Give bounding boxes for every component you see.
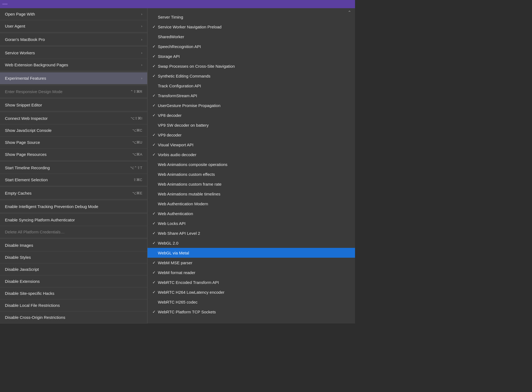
menu-item-chevron-3: › [141,38,142,41]
menu-item-6[interactable]: Web Extension Background Pages› [0,59,147,71]
menu-item-5[interactable]: Service Workers› [0,47,147,59]
feature-label-18: Web Animations mutable timelines [158,192,350,196]
feature-check-22: ✓ [152,231,158,235]
feature-label-17: Web Animations custom frame rate [158,182,350,186]
menu-item-chevron-8: › [141,76,142,80]
menu-item-label-32: Disable Extensions [5,279,142,284]
feature-item-17[interactable]: Web Animations custom frame rate [147,179,355,189]
feature-item-6[interactable]: ✓Synthetic Editing Commands [147,71,355,81]
feature-item-19[interactable]: Web Authentication Modern [147,199,355,209]
feature-label-4: Storage API [158,54,350,59]
menu-item-16[interactable]: Show Page Source⌥⌘U [0,136,147,149]
menu-item-chevron-0: › [141,12,142,16]
menu-item-label-35: Disable Cross-Origin Restrictions [5,315,142,320]
feature-item-8[interactable]: ✓TransformStream API [147,91,355,100]
feature-item-25[interactable]: ✓WebM MSE parser [147,258,355,268]
feature-item-20[interactable]: ✓Web Authentication [147,209,355,218]
menu-item-label-16: Show Page Source [5,140,132,145]
menu-item-15[interactable]: Show JavaScript Console⌥⌘C [0,124,147,136]
feature-item-15[interactable]: Web Animations composite operations [147,159,355,169]
feature-item-5[interactable]: ✓Swap Processes on Cross-Site Navigation [147,61,355,71]
feature-label-29: WebRTC H265 codec [158,300,350,304]
feature-label-0: Server Timing [158,15,350,19]
menu-item-22[interactable]: Empty Caches⌥⌘E [0,187,147,199]
menu-item-34[interactable]: Disable Local File Restrictions [0,299,147,311]
menu-item-32[interactable]: Disable Extensions [0,275,147,287]
menu-divider [0,200,147,200]
menu-item-label-26: Enable Syncing Platform Authenticator [5,218,142,222]
feature-item-1[interactable]: ✓Service Worker Navigation Preload [147,22,355,32]
menu-item-31[interactable]: Disable JavaScript [0,263,147,275]
feature-check-5: ✓ [152,64,158,68]
menu-item-label-17: Show Page Resources [5,152,132,157]
menu-divider [0,239,147,239]
menu-item-12[interactable]: Show Snippet Editor [0,99,147,111]
feature-item-26[interactable]: ✓WebM format reader [147,268,355,277]
menu-divider [0,161,147,161]
feature-check-14: ✓ [152,152,158,157]
feature-label-23: WebGL 2.0 [158,241,350,245]
feature-label-11: VP9 SW decoder on battery [158,123,350,127]
feature-item-16[interactable]: Web Animations custom effects [147,169,355,179]
feature-label-3: SpeechRecognition API [158,44,350,49]
menu-item-30[interactable]: Disable Styles [0,251,147,263]
feature-item-27[interactable]: ✓WebRTC Encoded Transform API [147,277,355,287]
menu-item-label-19: Start Timeline Recording [5,165,130,170]
menu-item-shortcut-10: ⌃⇧⌘R [130,90,142,94]
feature-item-10[interactable]: ✓VP8 decoder [147,110,355,120]
menu-develop[interactable] [2,4,8,5]
collapse-button[interactable]: ⌃ [348,10,351,15]
menu-item-label-31: Disable JavaScript [5,267,142,272]
menu-item-1[interactable]: User Agent› [0,20,147,32]
feature-item-7[interactable]: Track Configuration API [147,81,355,91]
feature-label-30: WebRTC Platform TCP Sockets [158,310,350,314]
feature-check-3: ✓ [152,44,158,49]
menu-help[interactable] [13,4,19,5]
menu-item-29[interactable]: Disable Images [0,239,147,251]
menu-item-3[interactable]: Goran's MacBook Pro› [0,34,147,46]
menu-window[interactable] [8,4,13,5]
feature-item-28[interactable]: ✓WebRTC H264 LowLatency encoder [147,287,355,297]
feature-item-13[interactable]: ✓Visual Viewport API [147,140,355,150]
menu-item-0[interactable]: Open Page With› [0,8,147,20]
feature-label-28: WebRTC H264 LowLatency encoder [158,290,350,295]
feature-label-13: Visual Viewport API [158,142,350,147]
feature-check-21: ✓ [152,221,158,225]
right-panel: ⌃ Server Timing✓Service Worker Navigatio… [147,8,355,323]
feature-label-16: Web Animations custom effects [158,172,350,177]
menu-item-24[interactable]: Enable Intelligent Tracking Prevention D… [0,201,147,213]
menu-item-20[interactable]: Start Element Selection⇧⌘C [0,174,147,186]
feature-item-14[interactable]: ✓Vorbis audio decoder [147,150,355,159]
feature-item-18[interactable]: Web Animations mutable timelines [147,189,355,199]
feature-item-21[interactable]: ✓Web Locks API [147,218,355,228]
feature-check-9: ✓ [152,103,158,108]
feature-check-27: ✓ [152,280,158,284]
menu-item-label-22: Empty Caches [5,191,132,195]
menu-item-14[interactable]: Connect Web Inspector⌥⇧⌘I [0,112,147,124]
feature-item-4[interactable]: ✓Storage API [147,51,355,61]
feature-item-12[interactable]: ✓VP9 decoder [147,130,355,140]
feature-item-3[interactable]: ✓SpeechRecognition API [147,41,355,51]
feature-check-12: ✓ [152,133,158,137]
menu-item-label-29: Disable Images [5,243,142,248]
feature-item-22[interactable]: ✓Web Share API Level 2 [147,228,355,238]
feature-item-29[interactable]: WebRTC H265 codec [147,297,355,307]
feature-item-24[interactable]: WebGL via Metal [147,248,355,258]
menu-item-label-3: Goran's MacBook Pro [5,37,141,42]
feature-item-11[interactable]: VP9 SW decoder on battery [147,120,355,130]
menu-item-26[interactable]: Enable Syncing Platform Authenticator [0,214,147,226]
menu-item-19[interactable]: Start Timeline Recording⌥⌃⇧T [0,162,147,174]
feature-item-2[interactable]: SharedWorker [147,32,355,41]
menu-item-17[interactable]: Show Page Resources⌥⌘A [0,149,147,161]
menu-item-label-24: Enable Intelligent Tracking Prevention D… [5,204,142,209]
feature-label-2: SharedWorker [158,34,350,39]
feature-item-0[interactable]: Server Timing [147,12,355,22]
menu-item-35[interactable]: Disable Cross-Origin Restrictions [0,311,147,323]
menu-divider [0,72,147,72]
menu-item-33[interactable]: Disable Site-specific Hacks [0,287,147,299]
menu-item-8[interactable]: Experimental Features› [0,72,147,84]
menu-item-chevron-5: › [141,51,142,55]
feature-item-9[interactable]: ✓UserGesture Promise Propagation [147,100,355,110]
feature-item-23[interactable]: ✓WebGL 2.0 [147,238,355,248]
feature-item-30[interactable]: ✓WebRTC Platform TCP Sockets [147,307,355,317]
